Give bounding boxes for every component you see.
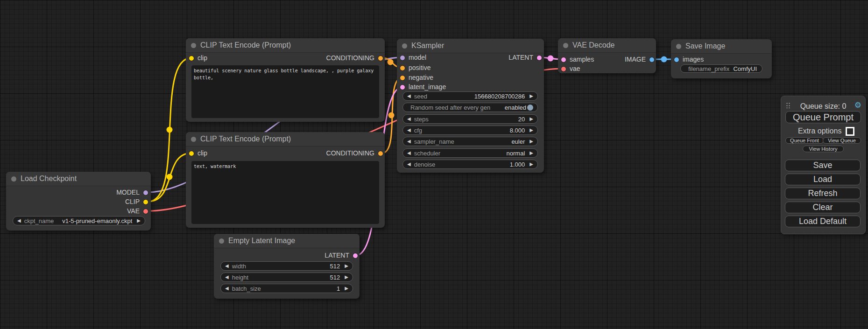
scheduler-widget[interactable]: ◀ scheduler normal ▶ <box>402 148 538 158</box>
save-button[interactable]: Save <box>785 160 861 171</box>
height-widget[interactable]: ◀ height 512 ▶ <box>220 273 353 282</box>
node-clip-text-encode-positive[interactable]: CLIP Text Encode (Prompt) clip CONDITION… <box>186 38 385 122</box>
clear-button[interactable]: Clear <box>785 202 861 213</box>
input-latent-image: latent_image <box>400 83 446 91</box>
input-vae: vae <box>561 65 580 72</box>
cfg-widget[interactable]: ◀ cfg 8.000 ▶ <box>402 126 538 135</box>
node-title: Empty Latent Image <box>228 237 295 245</box>
stepper-right-icon[interactable]: ▶ <box>345 261 348 271</box>
denoise-widget[interactable]: ◀ denoise 1.000 ▶ <box>402 160 538 169</box>
node-titlebar[interactable]: Empty Latent Image <box>214 234 360 248</box>
conditioning-port-dot[interactable] <box>378 151 383 156</box>
stepper-left-icon[interactable]: ◀ <box>225 261 229 271</box>
latent-port-dot[interactable] <box>537 56 542 60</box>
model-port-dot[interactable] <box>143 190 148 195</box>
stepper-left-icon[interactable]: ◀ <box>407 91 411 101</box>
link-dot <box>388 112 395 119</box>
random-seed-widget[interactable]: Random seed after every gen enabled <box>402 103 538 112</box>
seed-widget[interactable]: ◀ seed 156680208700286 ▶ <box>402 91 538 101</box>
clip-port-dot[interactable] <box>189 151 194 156</box>
clip-port-dot[interactable] <box>189 56 194 61</box>
queue-front-button[interactable]: Queue Front <box>785 137 824 144</box>
node-titlebar[interactable]: Save Image <box>671 39 772 54</box>
steps-widget[interactable]: ◀ steps 20 ▶ <box>402 114 538 124</box>
stepper-right-icon[interactable]: ▶ <box>345 273 348 282</box>
input-clip: clip <box>189 149 207 157</box>
output-conditioning: CONDITIONING <box>326 54 383 62</box>
node-titlebar[interactable]: CLIP Text Encode (Prompt) <box>186 132 385 147</box>
prompt-text-widget[interactable]: text, watermark <box>191 161 379 224</box>
ckpt-name-widget[interactable]: ◀ ckpt_name v1-5-pruned-emaonly.ckpt ▶ <box>13 216 145 225</box>
stepper-left-icon[interactable]: ◀ <box>407 148 411 158</box>
node-empty-latent-image[interactable]: Empty Latent Image LATENT ◀ width 512 ▶ … <box>214 234 360 299</box>
conditioning-port-dot[interactable] <box>400 76 405 80</box>
stepper-right-icon[interactable]: ▶ <box>529 148 533 158</box>
stepper-left-icon[interactable]: ◀ <box>407 126 411 135</box>
vae-port-dot[interactable] <box>561 67 566 71</box>
filename-prefix-widget[interactable]: filename_prefix ComfyUI <box>680 64 762 73</box>
view-history-button[interactable]: View History <box>803 146 844 152</box>
latent-port-dot[interactable] <box>561 57 566 62</box>
stepper-left-icon[interactable]: ◀ <box>407 160 411 169</box>
stepper-left-icon[interactable]: ◀ <box>225 284 229 293</box>
queue-prompt-button[interactable]: Queue Prompt <box>785 111 861 123</box>
sampler-name-widget[interactable]: ◀ sampler_name euler ▶ <box>402 137 538 146</box>
collapse-dot-icon[interactable] <box>11 176 16 182</box>
stepper-right-icon[interactable]: ▶ <box>529 137 533 146</box>
prompt-text-widget[interactable]: beautiful scenery nature glass bottle la… <box>191 65 379 118</box>
width-widget[interactable]: ◀ width 512 ▶ <box>220 261 353 271</box>
extra-options-checkbox[interactable] <box>846 127 854 136</box>
node-title: KSampler <box>411 42 444 49</box>
load-button[interactable]: Load <box>785 174 861 185</box>
stepper-right-icon[interactable]: ▶ <box>529 91 533 101</box>
refresh-button[interactable]: Refresh <box>785 188 861 199</box>
stepper-right-icon[interactable]: ▶ <box>345 284 348 293</box>
input-negative: negative <box>400 74 433 81</box>
collapse-dot-icon[interactable] <box>191 43 196 48</box>
link-dot <box>167 127 173 133</box>
input-samples: samples <box>561 56 594 63</box>
node-save-image[interactable]: Save Image images filename_prefix ComfyU… <box>671 39 772 78</box>
queue-menu-panel: Queue size: 0 ⚙ Queue Prompt Extra optio… <box>781 96 866 234</box>
collapse-dot-icon[interactable] <box>676 44 681 49</box>
model-port-dot[interactable] <box>400 56 405 60</box>
link-dot <box>661 56 667 63</box>
settings-gear-icon[interactable]: ⚙ <box>854 101 861 109</box>
node-titlebar[interactable]: KSampler <box>397 39 544 53</box>
collapse-dot-icon[interactable] <box>563 43 568 48</box>
vae-port-dot[interactable] <box>143 209 148 214</box>
load-default-button[interactable]: Load Default <box>785 216 861 227</box>
stepper-right-icon[interactable]: ▶ <box>529 160 533 169</box>
link-dot <box>548 56 554 62</box>
conditioning-port-dot[interactable] <box>378 56 383 61</box>
node-titlebar[interactable]: Load Checkpoint <box>6 172 151 186</box>
stepper-left-icon[interactable]: ◀ <box>407 137 411 146</box>
latent-port-dot[interactable] <box>400 85 405 90</box>
input-images: images <box>674 56 704 63</box>
node-vae-decode[interactable]: VAE Decode samples vae IMAGE <box>558 38 656 73</box>
stepper-left-icon[interactable]: ◀ <box>225 273 229 282</box>
stepper-left-icon[interactable]: ◀ <box>407 114 411 124</box>
image-port-dot[interactable] <box>674 57 679 62</box>
view-queue-button[interactable]: View Queue <box>823 137 861 144</box>
stepper-right-icon[interactable]: ▶ <box>137 216 141 225</box>
node-clip-text-encode-negative[interactable]: CLIP Text Encode (Prompt) clip CONDITION… <box>186 132 385 228</box>
stepper-right-icon[interactable]: ▶ <box>529 114 533 124</box>
node-graph-canvas[interactable]: Load Checkpoint MODEL CLIP VAE ◀ ckpt_na… <box>0 0 868 329</box>
conditioning-port-dot[interactable] <box>400 66 405 70</box>
node-load-checkpoint[interactable]: Load Checkpoint MODEL CLIP VAE ◀ ckpt_na… <box>6 172 151 231</box>
node-titlebar[interactable]: VAE Decode <box>558 38 656 53</box>
latent-port-dot[interactable] <box>353 253 358 258</box>
node-ksampler[interactable]: KSampler model positive negative latent_… <box>397 39 544 173</box>
image-port-dot[interactable] <box>649 57 654 62</box>
toggle-knob-icon[interactable] <box>527 105 533 111</box>
collapse-dot-icon[interactable] <box>191 137 196 142</box>
batch-size-widget[interactable]: ◀ batch_size 1 ▶ <box>220 284 353 293</box>
queue-size-label: Queue size: 0 <box>781 102 865 111</box>
collapse-dot-icon[interactable] <box>219 238 224 244</box>
stepper-left-icon[interactable]: ◀ <box>17 216 21 225</box>
node-titlebar[interactable]: CLIP Text Encode (Prompt) <box>186 38 385 53</box>
clip-port-dot[interactable] <box>143 200 148 204</box>
collapse-dot-icon[interactable] <box>402 43 407 49</box>
stepper-right-icon[interactable]: ▶ <box>529 126 533 135</box>
